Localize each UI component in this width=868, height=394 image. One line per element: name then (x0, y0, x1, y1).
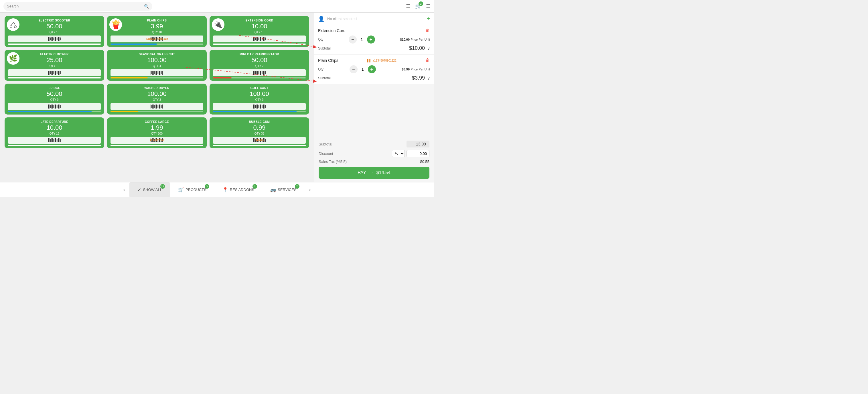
nav-tab-services[interactable]: 🚌 SERVICES 7 (262, 182, 305, 197)
product-price: 50.00 (8, 90, 101, 98)
barcode-area: 1234567890 (111, 137, 203, 144)
nav-tab-products[interactable]: 🛒 PRODUCTS 3 (170, 182, 214, 197)
cart-subtotal-row: Subtotal $10.00 ∨ (318, 45, 430, 51)
nav-tab-badge-res-addons: 1 (252, 184, 257, 189)
product-name: COFFEE LARGE (111, 120, 203, 123)
product-name: ELECTRIC MOWER (8, 53, 101, 56)
barcode-text: 345623 (255, 139, 264, 142)
stock-bar-wrap (8, 43, 101, 45)
cart-qty-row: Qty − 1 + $10.00 Price Per Unit (318, 35, 430, 43)
bottom-nav: ‹ ✓ SHOW ALL 12 🛒 PRODUCTS 3 📍 RES ADDON… (0, 182, 434, 197)
qty-increase-button[interactable]: + (368, 65, 376, 73)
topbar: 🔍 ☰ 🛒 2 ☰ (0, 0, 434, 12)
product-card-plain-chips[interactable]: 🍟 PLAIN CHIPS 3.99 QTY 10 A1234567890112… (107, 16, 207, 47)
product-card-mini-bar-fridge[interactable]: MINI BAR REFRIGERATOR 50.00 QTY 2 (210, 50, 309, 81)
delete-item-button[interactable]: 🗑 (426, 28, 430, 33)
stock-bar (8, 77, 101, 79)
nav-tab-badge-services: 7 (295, 184, 300, 189)
search-container: 🔍 (3, 2, 152, 11)
product-price: 100.00 (111, 90, 203, 98)
qty-increase-button[interactable]: + (367, 35, 375, 43)
product-qty: QTY 3 (111, 98, 203, 101)
product-card-fridge[interactable]: FRIDGE 50.00 QTY 9 (5, 84, 104, 115)
search-input[interactable] (7, 4, 142, 8)
product-card-coffee-large[interactable]: COFFEE LARGE 1.99 QTY 200 1234567890 (107, 117, 207, 148)
stock-bar-wrap (111, 111, 203, 112)
subtotal-value: 13.99 (406, 141, 429, 148)
product-card-electric-scooter[interactable]: ELECTRIC SCOOTER 50.00 QTY 10 (5, 16, 104, 47)
stock-bar-wrap (111, 145, 203, 146)
stock-bar (111, 111, 138, 112)
barcode-area: A12345678901122 (111, 35, 203, 42)
barcode-area (8, 69, 101, 76)
product-price: 1.99 (111, 124, 203, 131)
stock-bar (8, 43, 101, 45)
svg-point-1 (14, 26, 17, 28)
barcode-icon: ▌▌ (367, 59, 371, 62)
item-subtotal-label: Subtotal (318, 47, 331, 51)
pay-amount: $14.54 (376, 170, 391, 175)
nav-tab-show-all[interactable]: ✓ SHOW ALL 12 (129, 182, 170, 197)
product-price: 100.00 (111, 56, 203, 64)
product-price: 50.00 (8, 23, 101, 30)
right-panel: 👤 No client selected + Extension Cord 🗑 … (314, 12, 434, 182)
cart-item-extension-cord-item: Extension Cord 🗑 Qty − 1 + $10.00 Price … (314, 25, 434, 54)
hamburger-icon[interactable]: ☰ (406, 3, 410, 9)
barcode-text: 1234567890 (150, 139, 164, 142)
product-card-extension-cord[interactable]: 🔌 EXTENSION CORD 10.00 QTY 10 (210, 16, 309, 47)
pay-button[interactable]: PAY → $14.54 (319, 166, 429, 179)
product-image: 🍟 (110, 18, 122, 31)
stock-bar-wrap (213, 111, 306, 112)
product-qty: QTY 9 (8, 98, 101, 101)
product-image: 🌿 (7, 52, 20, 65)
stock-bar (8, 111, 92, 112)
product-card-golf-cart[interactable]: GOLF CART 100.00 QTY 9 (210, 84, 309, 115)
qty-decrease-button[interactable]: − (349, 65, 358, 73)
delete-item-button[interactable]: 🗑 (426, 58, 430, 63)
pay-label: PAY (358, 170, 366, 175)
item-subtotal-amount: $3.99 (412, 75, 425, 81)
product-card-bubble-gum[interactable]: BUBBLE GUM 0.99 QTY 33 345623 (210, 117, 309, 148)
stock-bar (111, 145, 203, 146)
nav-tab-label-services: SERVICES (278, 187, 297, 192)
stock-bar-wrap (213, 145, 306, 146)
product-qty: QTY 2 (213, 64, 306, 67)
qty-decrease-button[interactable]: − (349, 35, 357, 43)
qty-value: 1 (360, 67, 366, 71)
stock-bar-wrap (111, 43, 203, 45)
product-card-electric-mower[interactable]: 🌿 ELECTRIC MOWER 25.00 QTY 10 (5, 50, 104, 81)
item-subtotal-label: Subtotal (318, 76, 331, 80)
subtotal-row: Subtotal 13.99 (319, 141, 429, 148)
client-bar: 👤 No client selected + (314, 12, 434, 25)
barcode-area (8, 103, 101, 110)
product-qty: QTY 10 (8, 31, 101, 34)
product-card-late-departure[interactable]: LATE DEPARTURE 10.00 QTY 16 (5, 117, 104, 148)
nav-prev-button[interactable]: ‹ (119, 187, 129, 193)
stock-bar-wrap (8, 77, 101, 79)
product-qty: QTY 200 (111, 132, 203, 135)
cart-item-plain-chips-item: Plain Chips ▌▌ a12345678901122 🗑 Qty − 1… (314, 55, 434, 84)
product-price: 0.99 (213, 124, 306, 131)
stock-bar (213, 111, 297, 112)
nav-tab-label-res-addons: RES ADDONS (230, 187, 254, 192)
nav-tab-res-addons[interactable]: 📍 RES ADDONS 1 (214, 182, 262, 197)
product-price: 100.00 (213, 90, 306, 98)
product-name: FRIDGE (8, 87, 101, 90)
product-card-washer-dryer[interactable]: WASHER DRYER 100.00 QTY 3 (107, 84, 207, 115)
products-area: ELECTRIC SCOOTER 50.00 QTY 10 🍟 PLAIN CH… (0, 12, 314, 182)
menu-icon[interactable]: ☰ (426, 3, 431, 9)
product-card-seasonal-grass[interactable]: SEASONAL GRASS CUT 100.00 QTY 4 (107, 50, 207, 81)
pay-arrow-icon: → (369, 170, 374, 175)
product-price: 10.00 (8, 124, 101, 131)
chevron-down-icon[interactable]: ∨ (427, 76, 430, 81)
product-qty: QTY 33 (213, 132, 306, 135)
cart-button[interactable]: 🛒 2 (415, 3, 422, 9)
chevron-down-icon[interactable]: ∨ (427, 46, 430, 51)
discount-type-select[interactable]: % $ (392, 150, 405, 157)
nav-next-button[interactable]: › (305, 187, 315, 193)
cart-badge: 2 (418, 1, 423, 6)
add-client-button[interactable]: + (427, 16, 430, 22)
cart-items-area: Extension Cord 🗑 Qty − 1 + $10.00 Price … (314, 25, 434, 137)
product-name: PLAIN CHIPS (111, 19, 203, 22)
discount-input[interactable] (406, 150, 429, 157)
